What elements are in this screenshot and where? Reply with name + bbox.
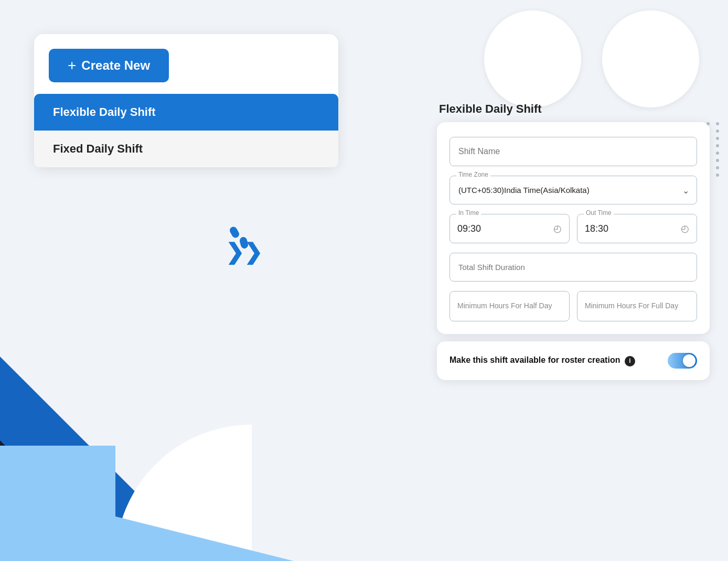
min-half-day-field[interactable]: Minimum Hours For Half Day [449, 291, 570, 321]
triangle-dark [0, 440, 121, 561]
clock-icon-in: ◴ [553, 223, 562, 234]
total-shift-duration-input[interactable] [449, 253, 697, 282]
arrow-dot-1 [228, 225, 240, 239]
clock-icon-out: ◴ [681, 223, 689, 234]
in-time-field[interactable]: In Time 09:30 ◴ [449, 214, 570, 243]
shift-name-group [449, 137, 697, 166]
roster-toggle-switch[interactable] [668, 353, 697, 369]
roster-toggle-text: Make this shift available for roster cre… [449, 354, 659, 366]
timezone-wrapper: Time Zone (UTC+05:30)India Time(Asia/Kol… [449, 176, 697, 204]
shift-item-fixed[interactable]: Fixed Daily Shift [34, 131, 338, 167]
min-full-day-field[interactable]: Minimum Hours For Full Day [577, 291, 697, 321]
create-new-label: Create New [81, 58, 150, 73]
create-new-button[interactable]: + Create New [49, 49, 169, 82]
out-time-label: Out Time [584, 209, 614, 217]
toggle-knob [683, 354, 695, 367]
circle-decoration-1 [484, 10, 581, 107]
panel-title: Flexible Daily Shift [437, 102, 710, 116]
circle-decoration-2 [602, 10, 699, 107]
time-row: In Time 09:30 ◴ Out Time 18:30 ◴ [449, 214, 697, 243]
quarter-circle-decoration [115, 425, 252, 561]
in-time-value: 09:30 [457, 223, 481, 234]
in-time-label: In Time [456, 209, 481, 217]
timezone-label: Time Zone [456, 171, 490, 178]
shift-item-flexible[interactable]: Flexible Daily Shift [34, 94, 338, 131]
out-time-value: 18:30 [585, 223, 608, 234]
rect-light-blue [0, 446, 115, 561]
min-hours-row: Minimum Hours For Half Day Minimum Hours… [449, 291, 697, 321]
timezone-select[interactable]: (UTC+05:30)India Time(Asia/Kolkata) [450, 176, 697, 204]
shift-name-input[interactable] [449, 137, 697, 166]
triangle-light-blue [0, 488, 294, 561]
right-panel: Flexible Daily Shift Time Zone (UTC+05:3… [437, 102, 710, 380]
min-full-day-label: Minimum Hours For Full Day [585, 301, 678, 310]
triangle-blue-large [0, 357, 205, 561]
arrow-decoration: ❯❯ [226, 241, 262, 263]
plus-icon: + [68, 58, 76, 73]
timezone-group: Time Zone (UTC+05:30)India Time(Asia/Kol… [449, 176, 697, 204]
info-icon[interactable]: i [625, 356, 635, 366]
shift-type-list: Flexible Daily Shift Fixed Daily Shift [34, 94, 338, 167]
left-card: + Create New Flexible Daily Shift Fixed … [34, 34, 338, 167]
out-time-field[interactable]: Out Time 18:30 ◴ [577, 214, 697, 243]
shift-form-card: Time Zone (UTC+05:30)India Time(Asia/Kol… [437, 122, 710, 334]
min-half-day-label: Minimum Hours For Half Day [457, 301, 552, 310]
roster-toggle-card: Make this shift available for roster cre… [437, 341, 710, 380]
